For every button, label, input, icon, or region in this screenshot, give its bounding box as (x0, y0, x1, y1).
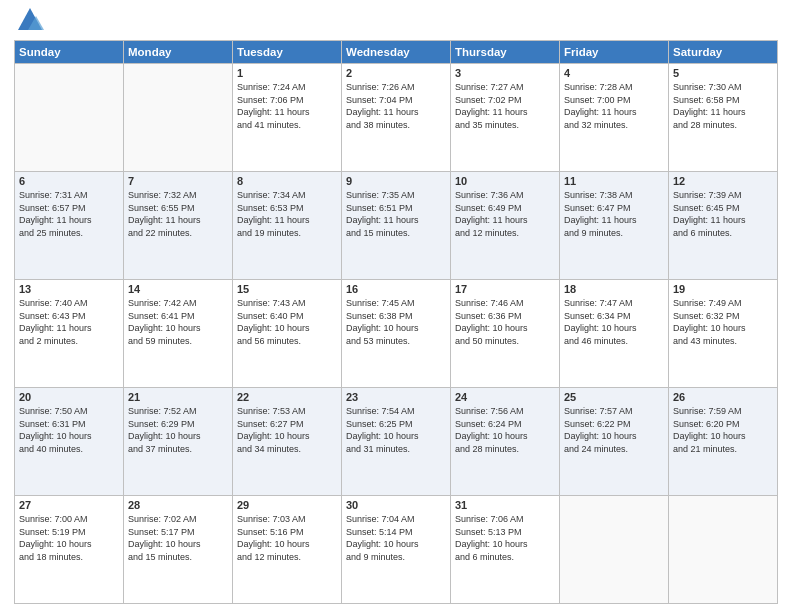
cell-text: Sunrise: 7:28 AMSunset: 7:00 PMDaylight:… (564, 81, 664, 131)
cell-text: Sunrise: 7:46 AMSunset: 6:36 PMDaylight:… (455, 297, 555, 347)
cell-text: Sunrise: 7:03 AMSunset: 5:16 PMDaylight:… (237, 513, 337, 563)
logo (14, 10, 44, 34)
day-number: 12 (673, 175, 773, 187)
day-header-sunday: Sunday (15, 41, 124, 64)
day-number: 3 (455, 67, 555, 79)
day-number: 18 (564, 283, 664, 295)
day-number: 5 (673, 67, 773, 79)
day-number: 30 (346, 499, 446, 511)
calendar-cell: 23Sunrise: 7:54 AMSunset: 6:25 PMDayligh… (342, 388, 451, 496)
calendar-cell: 1Sunrise: 7:24 AMSunset: 7:06 PMDaylight… (233, 64, 342, 172)
page: SundayMondayTuesdayWednesdayThursdayFrid… (0, 0, 792, 612)
calendar-cell: 24Sunrise: 7:56 AMSunset: 6:24 PMDayligh… (451, 388, 560, 496)
day-number: 8 (237, 175, 337, 187)
logo-icon (16, 6, 44, 34)
cell-text: Sunrise: 7:49 AMSunset: 6:32 PMDaylight:… (673, 297, 773, 347)
day-number: 29 (237, 499, 337, 511)
cell-text: Sunrise: 7:52 AMSunset: 6:29 PMDaylight:… (128, 405, 228, 455)
day-number: 2 (346, 67, 446, 79)
cell-text: Sunrise: 7:27 AMSunset: 7:02 PMDaylight:… (455, 81, 555, 131)
calendar-cell: 8Sunrise: 7:34 AMSunset: 6:53 PMDaylight… (233, 172, 342, 280)
cell-text: Sunrise: 7:42 AMSunset: 6:41 PMDaylight:… (128, 297, 228, 347)
calendar-header-row: SundayMondayTuesdayWednesdayThursdayFrid… (15, 41, 778, 64)
day-number: 22 (237, 391, 337, 403)
day-number: 21 (128, 391, 228, 403)
calendar-cell: 25Sunrise: 7:57 AMSunset: 6:22 PMDayligh… (560, 388, 669, 496)
cell-text: Sunrise: 7:47 AMSunset: 6:34 PMDaylight:… (564, 297, 664, 347)
calendar-cell: 4Sunrise: 7:28 AMSunset: 7:00 PMDaylight… (560, 64, 669, 172)
day-number: 28 (128, 499, 228, 511)
cell-text: Sunrise: 7:57 AMSunset: 6:22 PMDaylight:… (564, 405, 664, 455)
cell-text: Sunrise: 7:26 AMSunset: 7:04 PMDaylight:… (346, 81, 446, 131)
cell-text: Sunrise: 7:38 AMSunset: 6:47 PMDaylight:… (564, 189, 664, 239)
calendar-cell: 3Sunrise: 7:27 AMSunset: 7:02 PMDaylight… (451, 64, 560, 172)
calendar-cell (124, 64, 233, 172)
calendar-cell: 5Sunrise: 7:30 AMSunset: 6:58 PMDaylight… (669, 64, 778, 172)
calendar-cell (15, 64, 124, 172)
cell-text: Sunrise: 7:02 AMSunset: 5:17 PMDaylight:… (128, 513, 228, 563)
cell-text: Sunrise: 7:04 AMSunset: 5:14 PMDaylight:… (346, 513, 446, 563)
cell-text: Sunrise: 7:50 AMSunset: 6:31 PMDaylight:… (19, 405, 119, 455)
day-header-monday: Monday (124, 41, 233, 64)
day-number: 14 (128, 283, 228, 295)
day-number: 27 (19, 499, 119, 511)
calendar-cell: 28Sunrise: 7:02 AMSunset: 5:17 PMDayligh… (124, 496, 233, 604)
day-header-thursday: Thursday (451, 41, 560, 64)
calendar-cell: 31Sunrise: 7:06 AMSunset: 5:13 PMDayligh… (451, 496, 560, 604)
calendar-cell: 15Sunrise: 7:43 AMSunset: 6:40 PMDayligh… (233, 280, 342, 388)
calendar-table: SundayMondayTuesdayWednesdayThursdayFrid… (14, 40, 778, 604)
calendar-cell: 21Sunrise: 7:52 AMSunset: 6:29 PMDayligh… (124, 388, 233, 496)
day-number: 9 (346, 175, 446, 187)
cell-text: Sunrise: 7:36 AMSunset: 6:49 PMDaylight:… (455, 189, 555, 239)
day-header-tuesday: Tuesday (233, 41, 342, 64)
calendar-week-row: 27Sunrise: 7:00 AMSunset: 5:19 PMDayligh… (15, 496, 778, 604)
calendar-cell: 20Sunrise: 7:50 AMSunset: 6:31 PMDayligh… (15, 388, 124, 496)
calendar-cell: 7Sunrise: 7:32 AMSunset: 6:55 PMDaylight… (124, 172, 233, 280)
calendar-cell: 27Sunrise: 7:00 AMSunset: 5:19 PMDayligh… (15, 496, 124, 604)
calendar-cell: 6Sunrise: 7:31 AMSunset: 6:57 PMDaylight… (15, 172, 124, 280)
calendar-cell: 12Sunrise: 7:39 AMSunset: 6:45 PMDayligh… (669, 172, 778, 280)
day-number: 11 (564, 175, 664, 187)
calendar-cell: 11Sunrise: 7:38 AMSunset: 6:47 PMDayligh… (560, 172, 669, 280)
cell-text: Sunrise: 7:00 AMSunset: 5:19 PMDaylight:… (19, 513, 119, 563)
day-number: 19 (673, 283, 773, 295)
day-number: 23 (346, 391, 446, 403)
day-header-saturday: Saturday (669, 41, 778, 64)
calendar-week-row: 6Sunrise: 7:31 AMSunset: 6:57 PMDaylight… (15, 172, 778, 280)
cell-text: Sunrise: 7:54 AMSunset: 6:25 PMDaylight:… (346, 405, 446, 455)
calendar-week-row: 1Sunrise: 7:24 AMSunset: 7:06 PMDaylight… (15, 64, 778, 172)
day-number: 17 (455, 283, 555, 295)
calendar-cell: 10Sunrise: 7:36 AMSunset: 6:49 PMDayligh… (451, 172, 560, 280)
calendar-cell (669, 496, 778, 604)
day-number: 13 (19, 283, 119, 295)
cell-text: Sunrise: 7:32 AMSunset: 6:55 PMDaylight:… (128, 189, 228, 239)
calendar-cell: 13Sunrise: 7:40 AMSunset: 6:43 PMDayligh… (15, 280, 124, 388)
day-number: 16 (346, 283, 446, 295)
calendar-cell: 22Sunrise: 7:53 AMSunset: 6:27 PMDayligh… (233, 388, 342, 496)
calendar-cell: 2Sunrise: 7:26 AMSunset: 7:04 PMDaylight… (342, 64, 451, 172)
cell-text: Sunrise: 7:59 AMSunset: 6:20 PMDaylight:… (673, 405, 773, 455)
day-header-wednesday: Wednesday (342, 41, 451, 64)
calendar-cell: 17Sunrise: 7:46 AMSunset: 6:36 PMDayligh… (451, 280, 560, 388)
cell-text: Sunrise: 7:45 AMSunset: 6:38 PMDaylight:… (346, 297, 446, 347)
day-number: 15 (237, 283, 337, 295)
day-number: 7 (128, 175, 228, 187)
day-number: 26 (673, 391, 773, 403)
day-number: 4 (564, 67, 664, 79)
cell-text: Sunrise: 7:30 AMSunset: 6:58 PMDaylight:… (673, 81, 773, 131)
calendar-cell: 14Sunrise: 7:42 AMSunset: 6:41 PMDayligh… (124, 280, 233, 388)
cell-text: Sunrise: 7:40 AMSunset: 6:43 PMDaylight:… (19, 297, 119, 347)
cell-text: Sunrise: 7:31 AMSunset: 6:57 PMDaylight:… (19, 189, 119, 239)
cell-text: Sunrise: 7:56 AMSunset: 6:24 PMDaylight:… (455, 405, 555, 455)
day-number: 25 (564, 391, 664, 403)
cell-text: Sunrise: 7:24 AMSunset: 7:06 PMDaylight:… (237, 81, 337, 131)
day-number: 6 (19, 175, 119, 187)
calendar-cell: 18Sunrise: 7:47 AMSunset: 6:34 PMDayligh… (560, 280, 669, 388)
cell-text: Sunrise: 7:39 AMSunset: 6:45 PMDaylight:… (673, 189, 773, 239)
calendar-cell: 9Sunrise: 7:35 AMSunset: 6:51 PMDaylight… (342, 172, 451, 280)
cell-text: Sunrise: 7:34 AMSunset: 6:53 PMDaylight:… (237, 189, 337, 239)
calendar-cell: 19Sunrise: 7:49 AMSunset: 6:32 PMDayligh… (669, 280, 778, 388)
cell-text: Sunrise: 7:06 AMSunset: 5:13 PMDaylight:… (455, 513, 555, 563)
calendar-cell: 29Sunrise: 7:03 AMSunset: 5:16 PMDayligh… (233, 496, 342, 604)
day-number: 20 (19, 391, 119, 403)
